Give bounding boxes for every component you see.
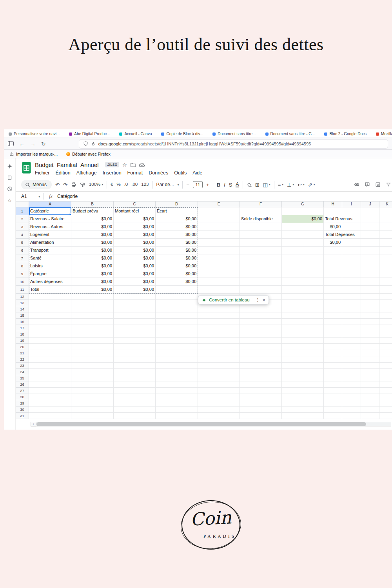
cell-E16[interactable] [198, 319, 240, 325]
cell-A27[interactable] [29, 388, 71, 394]
cell-E4[interactable] [198, 231, 240, 239]
column-header-A[interactable]: A [29, 201, 71, 207]
cell-J10[interactable] [361, 278, 379, 286]
cell-G20[interactable] [282, 344, 324, 350]
cell-G2[interactable]: $0,00 [282, 215, 324, 223]
row-header-26[interactable]: 26 [16, 381, 29, 388]
cell-E18[interactable] [198, 331, 240, 338]
cell-D14[interactable] [156, 306, 198, 312]
cell-D16[interactable] [156, 319, 198, 325]
browser-tab[interactable]: Personnalisez votre navi... [9, 132, 60, 136]
cell-J20[interactable] [361, 344, 379, 350]
cell-G25[interactable] [282, 375, 324, 381]
cell-D15[interactable] [156, 312, 198, 319]
menu-item[interactable]: Affichage [76, 170, 97, 176]
cell-F16[interactable] [240, 319, 282, 325]
cell-C25[interactable] [114, 375, 156, 381]
browser-tab[interactable]: Abe Digital Produc... [69, 132, 110, 136]
cell-C30[interactable] [114, 407, 156, 413]
vertical-align-button[interactable]: ⊥▾ [287, 182, 294, 187]
cell-J7[interactable] [361, 254, 379, 262]
cell-K31[interactable] [379, 413, 392, 419]
cell-I21[interactable] [342, 350, 361, 356]
cell-F26[interactable] [240, 381, 282, 388]
row-header-30[interactable]: 30 [16, 407, 29, 413]
cell-H24[interactable] [324, 369, 342, 375]
insert-chart-button[interactable] [375, 182, 381, 187]
cell-F31[interactable] [240, 413, 282, 419]
cell-J5[interactable] [361, 239, 379, 247]
zoom-select[interactable]: 100%▾ [89, 182, 103, 187]
cell-I23[interactable] [342, 363, 361, 369]
cell-F5[interactable] [240, 239, 282, 247]
cell-D18[interactable] [156, 331, 198, 338]
decrease-font-size-button[interactable]: − [186, 182, 189, 187]
cell-D30[interactable] [156, 407, 198, 413]
menus-search-button[interactable]: Menus [21, 180, 52, 189]
move-folder-button[interactable] [130, 162, 136, 167]
row-header-11[interactable]: 11 [16, 286, 29, 294]
cell-I27[interactable] [342, 388, 361, 394]
row-header-31[interactable]: 31 [16, 413, 29, 419]
cell-D19[interactable] [156, 338, 198, 344]
cell-K6[interactable] [379, 247, 392, 254]
cell-J28[interactable] [361, 394, 379, 400]
cell-E29[interactable] [198, 400, 240, 407]
cell-E15[interactable] [198, 312, 240, 319]
row-header-22[interactable]: 22 [16, 356, 29, 363]
cell-I28[interactable] [342, 394, 361, 400]
cell-G28[interactable] [282, 394, 324, 400]
bold-button[interactable]: B [217, 182, 220, 187]
cell-G14[interactable] [282, 306, 324, 312]
cell-J11[interactable] [361, 286, 379, 294]
cell-E10[interactable] [198, 278, 240, 286]
cell-H15[interactable] [324, 312, 342, 319]
italic-button[interactable]: I [224, 182, 225, 187]
cell-G7[interactable] [282, 254, 324, 262]
cell-F17[interactable] [240, 325, 282, 331]
cell-F21[interactable] [240, 350, 282, 356]
cell-H4[interactable]: Total Dépenses [324, 231, 342, 239]
cell-K11[interactable] [379, 286, 392, 294]
cell-A24[interactable] [29, 369, 71, 375]
cell-D31[interactable] [156, 413, 198, 419]
cell-H18[interactable] [324, 331, 342, 338]
cell-J12[interactable] [361, 294, 379, 300]
row-header-28[interactable]: 28 [16, 394, 29, 400]
cell-J6[interactable] [361, 247, 379, 254]
cell-F18[interactable] [240, 331, 282, 338]
cell-F9[interactable] [240, 270, 282, 278]
column-header-D[interactable]: D [156, 201, 198, 207]
cell-G11[interactable] [282, 286, 324, 294]
row-header-2[interactable]: 2 [16, 215, 29, 223]
cell-J17[interactable] [361, 325, 379, 331]
cell-K16[interactable] [379, 319, 392, 325]
cell-C12[interactable] [114, 294, 156, 300]
cell-D26[interactable] [156, 381, 198, 388]
cell-K25[interactable] [379, 375, 392, 381]
cell-B12[interactable] [71, 294, 114, 300]
forward-icon[interactable]: → [30, 141, 36, 147]
cell-H25[interactable] [324, 375, 342, 381]
cell-I31[interactable] [342, 413, 361, 419]
document-title[interactable]: Budget_Familial_Annuel_ [35, 162, 102, 168]
cell-F22[interactable] [240, 356, 282, 363]
cell-J24[interactable] [361, 369, 379, 375]
row-header-18[interactable]: 18 [16, 331, 29, 338]
cell-B29[interactable] [71, 400, 114, 407]
cell-B15[interactable] [71, 312, 114, 319]
decrease-decimals-button[interactable]: .0 [124, 182, 128, 187]
browser-tab[interactable]: Mozilla Firefox [376, 132, 392, 136]
row-header-7[interactable]: 7 [16, 254, 29, 262]
cell-K26[interactable] [379, 381, 392, 388]
cell-F8[interactable] [240, 262, 282, 270]
cell-K2[interactable] [379, 215, 392, 223]
browser-tab[interactable]: Document sans titre - G... [265, 132, 315, 136]
cell-H23[interactable] [324, 363, 342, 369]
cell-D22[interactable] [156, 356, 198, 363]
cell-A14[interactable] [29, 306, 71, 312]
scroll-left-button[interactable]: ‹ [31, 422, 36, 426]
cell-I9[interactable] [342, 270, 361, 278]
cell-J25[interactable] [361, 375, 379, 381]
row-header-21[interactable]: 21 [16, 350, 29, 356]
